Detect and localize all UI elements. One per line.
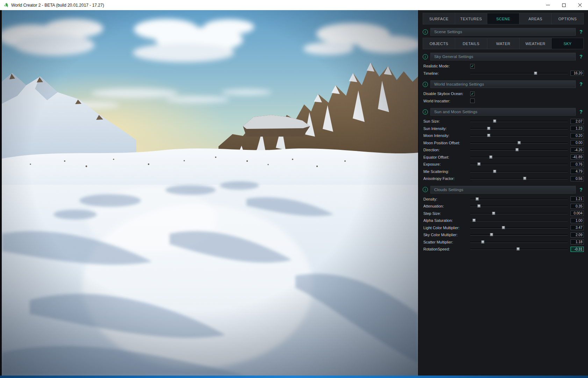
slider-handle[interactable] <box>493 119 496 123</box>
step-size-slider[interactable] <box>470 211 568 216</box>
density-value[interactable]: 1.21 <box>571 196 584 202</box>
slider-handle[interactable] <box>478 162 481 166</box>
tab-textures[interactable]: TEXTURES <box>455 13 487 24</box>
scene-settings-title: Scene Settings <box>430 28 576 36</box>
sky-color-multiplier-slider[interactable] <box>470 232 568 238</box>
world-inscattering-title: World Inscattering Settings <box>430 80 576 88</box>
slider-handle[interactable] <box>516 247 519 250</box>
param-row-attenuation: Attenuation: 0.35 <box>423 203 584 210</box>
mie-scattering-slider[interactable] <box>470 169 568 174</box>
slider-track <box>470 121 568 122</box>
slider-handle[interactable] <box>523 177 526 180</box>
slider-handle[interactable] <box>487 127 490 130</box>
param-label: Realistic Mode: <box>423 64 469 68</box>
sun-size-slider[interactable] <box>470 118 568 124</box>
terrain-render <box>2 10 418 376</box>
step-size-value[interactable]: 0.004 <box>571 211 584 216</box>
moon-position-offset-slider[interactable] <box>470 140 568 146</box>
exposure-slider[interactable] <box>470 161 568 167</box>
realistic-mode-checkbox[interactable]: ✓ <box>470 64 475 68</box>
param-row-anisotropy-factor: Anisotropy Factor: 0.56 <box>423 175 584 182</box>
direction-value[interactable]: -4.26 <box>571 147 584 153</box>
window-title: World Creator 2 - BETA (build 20.01.2017… <box>11 3 104 8</box>
param-row-direction: Direction: -4.26 <box>423 146 584 154</box>
param-label: Moon Intensity: <box>423 133 469 138</box>
tab-weather[interactable]: WEATHER <box>519 38 552 49</box>
slider-handle[interactable] <box>517 141 521 144</box>
rotation-speed-slider[interactable] <box>470 246 568 252</box>
param-label: Sky Color Multiplier: <box>423 233 469 237</box>
param-label: Direction: <box>423 148 469 152</box>
exposure-value[interactable]: 0.76 <box>571 162 584 167</box>
help-icon[interactable]: ? <box>578 29 584 35</box>
help-icon[interactable]: ? <box>578 81 584 87</box>
slider-handle[interactable] <box>481 240 485 243</box>
mie-scattering-value[interactable]: 4.79 <box>571 169 584 174</box>
tab-sky[interactable]: SKY <box>552 38 583 49</box>
tab-details[interactable]: DETAILS <box>455 38 487 49</box>
help-icon[interactable]: ? <box>578 109 584 115</box>
param-label: Sun Size: <box>423 119 469 123</box>
slider-handle[interactable] <box>515 148 518 151</box>
moon-intensity-value[interactable]: 0.20 <box>571 133 584 138</box>
slider-handle[interactable] <box>489 155 492 159</box>
slider-handle[interactable] <box>487 134 490 137</box>
tab-options[interactable]: OPTIONS <box>552 13 583 24</box>
slider-track <box>470 150 568 150</box>
slider-handle[interactable] <box>473 219 476 222</box>
direction-slider[interactable] <box>470 147 568 153</box>
scatter-multiplier-value[interactable]: 1.18 <box>571 239 584 245</box>
slider-handle[interactable] <box>492 212 495 215</box>
light-color-multiplier-slider[interactable] <box>470 225 568 231</box>
sun-moon-title: Sun and Moon Settings <box>430 108 576 116</box>
rotation-speed-value[interactable]: -0.31 <box>571 247 584 252</box>
sun-intensity-value[interactable]: 1.23 <box>571 126 584 131</box>
slider-handle[interactable] <box>502 226 505 229</box>
moon-position-offset-value[interactable]: 0.00 <box>571 140 584 145</box>
equator-offset-slider[interactable] <box>470 154 568 160</box>
slider-handle[interactable] <box>475 197 479 201</box>
scatter-multiplier-slider[interactable] <box>470 239 568 245</box>
alpha-saturation-slider[interactable] <box>470 218 568 223</box>
moon-intensity-slider[interactable] <box>470 133 568 138</box>
slider-handle[interactable] <box>534 72 537 75</box>
info-icon: i <box>423 54 428 59</box>
sky-general-title: Sky General Settings <box>430 53 576 60</box>
slider-track <box>470 234 568 235</box>
attenuation-value[interactable]: 0.35 <box>571 204 584 209</box>
attenuation-slider[interactable] <box>470 203 568 209</box>
timeline-value[interactable]: 16.20 <box>571 71 584 76</box>
alpha-saturation-value[interactable]: 1.00 <box>571 218 584 223</box>
tab-surface[interactable]: SURFACE <box>423 13 455 24</box>
close-button[interactable] <box>572 0 588 10</box>
slider-handle[interactable] <box>490 233 493 236</box>
param-row-realistic-mode: Realistic Mode: ✓ <box>423 63 584 70</box>
tab-scene[interactable]: SCENE <box>487 13 519 24</box>
app-logo-leaf-icon <box>3 2 9 8</box>
timeline-slider[interactable] <box>470 71 568 76</box>
help-icon[interactable]: ? <box>578 54 584 59</box>
minimize-icon <box>546 5 550 5</box>
tab-areas[interactable]: AREAS <box>519 13 552 24</box>
3d-viewport[interactable] <box>0 10 418 376</box>
tab-objects[interactable]: OBJECTS <box>423 38 455 49</box>
anisotropy-factor-value[interactable]: 0.56 <box>571 176 584 181</box>
sun-size-value[interactable]: 2.07 <box>571 119 584 124</box>
tab-water[interactable]: WATER <box>487 38 519 49</box>
world-inscatter-checkbox[interactable] <box>470 99 475 103</box>
slider-handle[interactable] <box>478 204 481 208</box>
help-icon[interactable]: ? <box>578 187 584 192</box>
anisotropy-factor-slider[interactable] <box>470 176 568 181</box>
density-slider[interactable] <box>470 196 568 202</box>
sun-intensity-slider[interactable] <box>470 126 568 131</box>
slider-track <box>470 178 568 179</box>
maximize-button[interactable] <box>556 0 572 10</box>
param-label: Alpha Saturation: <box>423 218 469 223</box>
sky-color-multiplier-value[interactable]: 2.09 <box>571 232 584 238</box>
param-label: Scatter Multiplier: <box>423 240 469 244</box>
disable-skybox-ocean-checkbox[interactable]: ✓ <box>470 92 475 96</box>
minimize-button[interactable] <box>540 0 556 10</box>
light-color-multiplier-value[interactable]: 3.47 <box>571 225 584 230</box>
slider-handle[interactable] <box>493 170 496 173</box>
equator-offset-value[interactable]: -41.89 <box>571 154 584 160</box>
